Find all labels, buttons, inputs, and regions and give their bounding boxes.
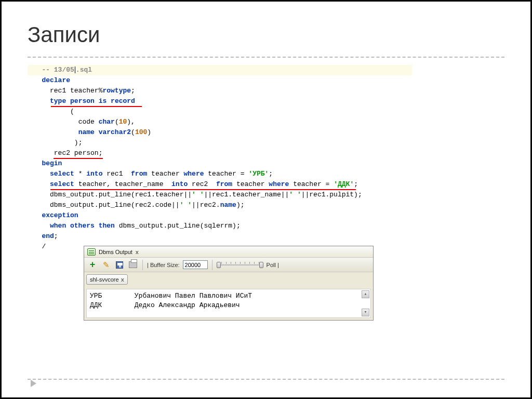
buffer-size-label: | Buffer Size: — [147, 262, 180, 268]
dbms-output-panel: Dbms Output x + ✎ | Buffer Size: Poll | … — [84, 246, 374, 321]
output-row: УРБ Урбанович Павел Павлович ИСиТ — [90, 291, 367, 301]
connection-tab[interactable]: shl-svvcore x — [86, 274, 128, 285]
panel-header: Dbms Output x — [84, 246, 373, 258]
code-block: -- 13/05.sql declare rec1 teacher%rowtyp… — [28, 65, 504, 252]
toolbar-separator — [142, 260, 143, 270]
poll-label: Poll | — [267, 262, 279, 268]
panel-title: Dbms Output — [99, 249, 132, 255]
buffer-size-input[interactable] — [183, 260, 208, 269]
slider-end — [259, 262, 263, 268]
footer-divider — [28, 379, 504, 380]
red-underline-1 — [51, 106, 142, 107]
red-underline-2 — [54, 158, 103, 159]
text-cursor — [75, 66, 75, 73]
slide-title: Записи — [28, 22, 504, 47]
toolbar-separator-2 — [212, 260, 212, 270]
printer-icon — [129, 261, 137, 268]
scroll-up-button[interactable]: ▴ — [362, 290, 369, 298]
slide-marker-icon — [31, 380, 36, 387]
title-underline — [28, 57, 504, 58]
connection-name: shl-svvcore — [90, 276, 119, 283]
poll-slider[interactable] — [217, 261, 263, 269]
slider-thumb[interactable] — [217, 262, 221, 268]
disk-icon — [116, 261, 123, 269]
edit-button[interactable]: ✎ — [101, 260, 111, 270]
dbms-icon — [87, 248, 96, 256]
output-textarea[interactable]: УРБ Урбанович Павел Павлович ИСиТ ДДК Де… — [86, 289, 371, 318]
connection-close[interactable]: x — [121, 276, 124, 283]
save-button[interactable] — [114, 260, 125, 270]
slide-frame: Записи -- 13/05.sql declare rec1 teacher… — [0, 0, 532, 399]
add-button[interactable]: + — [87, 260, 98, 270]
panel-close-x[interactable]: x — [136, 249, 139, 255]
connection-tabs: shl-svvcore x — [84, 272, 373, 287]
red-underline-3 — [50, 189, 356, 190]
print-button[interactable] — [128, 260, 138, 270]
output-row: ДДК Дедко Александр Аркадьевич — [90, 301, 367, 310]
scroll-down-button[interactable]: ▾ — [362, 309, 369, 316]
panel-toolbar: + ✎ | Buffer Size: Poll | — [84, 258, 373, 272]
comment-text: -- 13/05 — [42, 66, 74, 74]
